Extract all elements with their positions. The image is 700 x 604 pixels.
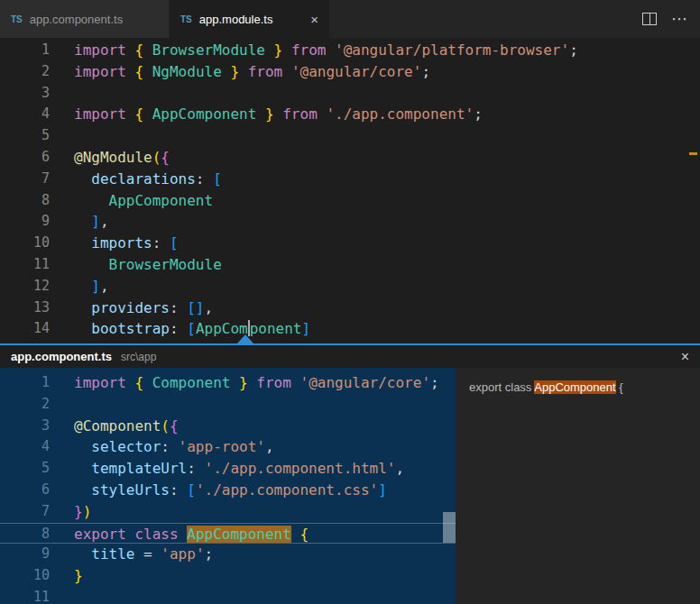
code-line[interactable]: 10} [0, 565, 456, 587]
peek-file-path: src\app [121, 351, 156, 363]
code-line[interactable]: 12 ], [0, 276, 700, 297]
code-text: ], [74, 276, 109, 297]
code-token: [] [187, 299, 204, 316]
typescript-file-icon: TS [180, 14, 192, 24]
code-token: from [291, 41, 327, 59]
line-number: 12 [0, 276, 74, 297]
code-token: : [196, 170, 213, 188]
code-token: ; [205, 545, 214, 563]
code-line[interactable]: 14 bootstrap: [AppComponent] [0, 318, 700, 340]
code-token: 'app-root' [179, 438, 265, 455]
tab-app-component-ts[interactable]: TS app.component.ts [0, 0, 170, 38]
code-line[interactable]: 9 ], [0, 211, 700, 233]
tab-app-module-ts[interactable]: TS app.module.ts × [170, 0, 330, 38]
code-token [282, 41, 291, 59]
code-token [74, 192, 109, 209]
code-line[interactable]: 8export class AppComponent { [0, 523, 456, 545]
more-actions-icon[interactable]: ⋯ [671, 11, 687, 27]
line-number: 14 [0, 318, 74, 340]
code-token: , [205, 299, 214, 316]
editor-app-module[interactable]: 1import { BrowserModule } from '@angular… [0, 38, 700, 343]
code-line[interactable]: 3@Component({ [0, 416, 456, 437]
code-line[interactable]: 11 [0, 587, 456, 604]
line-number: 8 [0, 524, 74, 544]
code-line[interactable]: 4 selector: 'app-root', [0, 436, 456, 458]
split-editor-icon[interactable] [642, 13, 657, 25]
code-token: '@angular/core' [300, 374, 431, 391]
line-number: 4 [0, 104, 74, 125]
code-line[interactable]: 6@NgModule({ [0, 147, 700, 169]
line-number: 5 [0, 458, 74, 480]
code-line[interactable]: 7}) [0, 501, 456, 523]
code-token: bootstrap [91, 320, 170, 337]
vscode-window: TS app.component.ts TS app.module.ts × ⋯… [0, 0, 700, 604]
code-token [143, 41, 152, 59]
code-token: declarations [91, 170, 196, 188]
code-text: import { NgModule } from '@angular/core'… [74, 61, 430, 83]
code-token [126, 41, 135, 59]
code-token [74, 170, 91, 188]
code-line[interactable]: 6 styleUrls: ['./app.component.css'] [0, 480, 456, 501]
code-line[interactable]: 11 BrowserModule [0, 254, 700, 276]
code-token [248, 374, 257, 391]
code-token [74, 438, 91, 455]
peek-scrollbar-thumb[interactable] [443, 512, 456, 543]
code-line[interactable]: 5 [0, 125, 700, 147]
code-token [143, 63, 152, 80]
code-token: import [74, 374, 126, 391]
code-token [282, 63, 291, 80]
code-token: : [152, 234, 170, 252]
peek-result-item[interactable]: export class AppComponent { [456, 377, 700, 398]
code-token: } [74, 567, 83, 584]
code-token: [ [187, 481, 196, 499]
code-text: bootstrap: [AppComponent] [74, 318, 310, 340]
code-line[interactable]: 5 templateUrl: './app.component.html', [0, 458, 456, 480]
code-text: declarations: [ [74, 169, 222, 190]
code-line[interactable]: 7 declarations: [ [0, 169, 700, 190]
code-line[interactable]: 10 imports: [ [0, 233, 700, 254]
close-peek-icon[interactable]: × [681, 350, 689, 364]
code-text: title = 'app'; [74, 544, 213, 565]
code-line[interactable]: 13 providers: [], [0, 297, 700, 319]
peek-editor[interactable]: 1import { Component } from '@angular/cor… [0, 368, 456, 604]
code-line[interactable]: 3 [0, 83, 700, 105]
code-token: BrowserModule [109, 256, 222, 273]
result-match-text: AppComponent [534, 380, 615, 394]
code-token: , [100, 278, 109, 295]
code-token: ; [474, 105, 483, 123]
code-line[interactable]: 9 title = 'app'; [0, 544, 456, 565]
code-token [318, 105, 327, 123]
code-text: @Component({ [74, 416, 179, 437]
close-tab-icon[interactable]: × [310, 13, 318, 26]
code-line[interactable]: 8 AppComponent [0, 190, 700, 212]
code-line[interactable]: 1import { BrowserModule } from '@angular… [0, 40, 700, 61]
code-text: import { AppComponent } from './app.comp… [74, 104, 483, 125]
code-token: import [74, 105, 126, 123]
code-line[interactable]: 1import { Component } from '@angular/cor… [0, 372, 456, 394]
code-token: ( [152, 149, 161, 166]
result-text: export class [469, 380, 534, 394]
peek-results-list: export class AppComponent { [456, 368, 700, 604]
code-token: , [395, 460, 404, 477]
code-token: { [134, 63, 143, 80]
code-token: } [265, 105, 274, 123]
code-token [74, 299, 91, 316]
code-token [326, 41, 335, 59]
code-line[interactable]: 2 [0, 394, 456, 416]
line-number: 10 [0, 233, 74, 254]
line-number: 13 [0, 297, 74, 319]
code-text: AppComponent [74, 190, 213, 212]
code-text: styleUrls: ['./app.component.css'] [74, 480, 387, 501]
code-line[interactable]: 4import { AppComponent } from './app.com… [0, 104, 700, 125]
code-line[interactable]: 2import { NgModule } from '@angular/core… [0, 61, 700, 83]
code-token: '@angular/core' [291, 63, 422, 80]
code-token: [ [187, 320, 196, 337]
code-token: Component [152, 374, 231, 391]
code-token: AppComponent [152, 105, 257, 123]
line-number: 10 [0, 565, 74, 587]
code-text: @NgModule({ [74, 147, 170, 169]
code-token: } [274, 41, 283, 59]
line-number: 5 [0, 125, 74, 147]
code-token [74, 320, 91, 337]
tab-label: app.module.ts [199, 13, 273, 26]
